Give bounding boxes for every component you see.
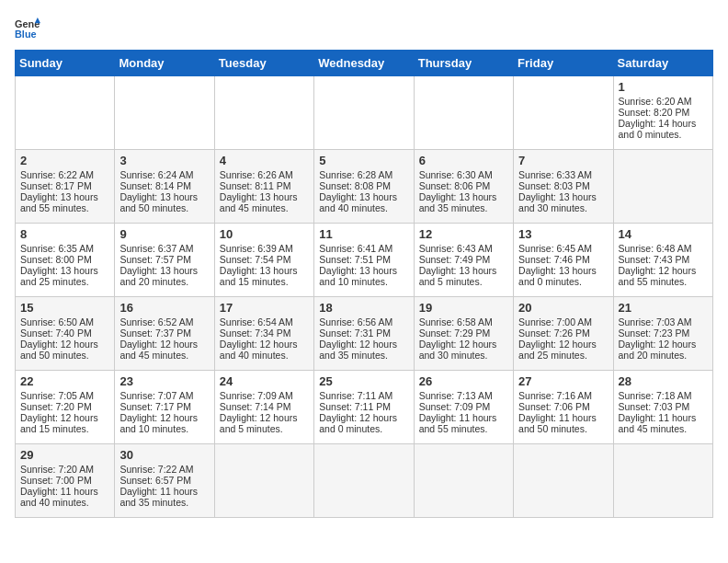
calendar-cell: 2Sunrise: 6:22 AMSunset: 8:17 PMDaylight… <box>16 150 115 224</box>
sunrise-text: Sunrise: 7:05 AM <box>20 390 94 401</box>
sunrise-text: Sunrise: 7:13 AM <box>419 390 493 401</box>
day-header-sunday: Sunday <box>16 51 115 76</box>
daylight-text: Daylight: 13 hours and 50 minutes. <box>119 191 198 213</box>
daylight-text: Daylight: 13 hours and 0 minutes. <box>518 265 597 287</box>
calendar-cell: 29Sunrise: 7:20 AMSunset: 7:00 PMDayligh… <box>16 444 115 518</box>
daylight-text: Daylight: 13 hours and 25 minutes. <box>20 265 98 287</box>
calendar-cell: 28Sunrise: 7:18 AMSunset: 7:03 PMDayligh… <box>613 371 712 444</box>
sunset-text: Sunset: 7:43 PM <box>619 254 690 265</box>
sunset-text: Sunset: 7:57 PM <box>119 254 191 265</box>
day-header-saturday: Saturday <box>613 51 712 76</box>
sunrise-text: Sunrise: 7:11 AM <box>319 390 392 401</box>
sunrise-text: Sunrise: 6:56 AM <box>319 316 392 327</box>
calendar-cell: 14Sunrise: 6:48 AMSunset: 7:43 PMDayligh… <box>613 224 712 297</box>
sunrise-text: Sunrise: 6:20 AM <box>619 96 692 107</box>
day-header-thursday: Thursday <box>414 51 513 76</box>
daylight-text: Daylight: 13 hours and 55 minutes. <box>20 191 98 213</box>
sunset-text: Sunset: 8:11 PM <box>220 180 291 191</box>
daylight-text: Daylight: 12 hours and 55 minutes. <box>619 265 697 287</box>
daylight-text: Daylight: 13 hours and 15 minutes. <box>220 265 298 287</box>
sunset-text: Sunset: 7:54 PM <box>220 254 291 265</box>
calendar-week-2: 2Sunrise: 6:22 AMSunset: 8:17 PMDaylight… <box>16 150 713 224</box>
day-header-monday: Monday <box>115 51 214 76</box>
calendar-cell: 4Sunrise: 6:26 AMSunset: 8:11 PMDaylight… <box>214 150 313 224</box>
calendar-cell: 24Sunrise: 7:09 AMSunset: 7:14 PMDayligh… <box>214 371 313 444</box>
day-number: 17 <box>220 301 309 315</box>
daylight-text: Daylight: 13 hours and 40 minutes. <box>319 191 397 213</box>
daylight-text: Daylight: 12 hours and 40 minutes. <box>220 339 298 361</box>
sunset-text: Sunset: 7:26 PM <box>518 327 590 339</box>
sunrise-text: Sunrise: 6:39 AM <box>220 243 293 254</box>
sunrise-text: Sunrise: 6:28 AM <box>319 169 392 180</box>
sunrise-text: Sunrise: 6:33 AM <box>518 169 592 180</box>
calendar-cell: 12Sunrise: 6:43 AMSunset: 7:49 PMDayligh… <box>414 224 513 297</box>
daylight-text: Daylight: 13 hours and 45 minutes. <box>220 191 298 213</box>
sunrise-text: Sunrise: 6:30 AM <box>419 169 493 180</box>
day-number: 25 <box>319 374 408 388</box>
day-number: 29 <box>20 448 109 462</box>
daylight-text: Daylight: 13 hours and 10 minutes. <box>319 265 397 287</box>
day-number: 15 <box>20 301 109 315</box>
day-number: 1 <box>619 80 708 94</box>
daylight-text: Daylight: 11 hours and 50 minutes. <box>518 412 597 434</box>
calendar-cell: 7Sunrise: 6:33 AMSunset: 8:03 PMDaylight… <box>514 150 613 224</box>
calendar-cell: 15Sunrise: 6:50 AMSunset: 7:40 PMDayligh… <box>16 297 115 371</box>
sunset-text: Sunset: 7:23 PM <box>619 327 690 339</box>
sunrise-text: Sunrise: 6:58 AM <box>419 316 493 327</box>
calendar-cell: 30Sunrise: 7:22 AMSunset: 6:57 PMDayligh… <box>115 444 214 518</box>
daylight-text: Daylight: 12 hours and 45 minutes. <box>119 339 198 361</box>
sunrise-text: Sunrise: 6:37 AM <box>119 243 193 254</box>
day-number: 4 <box>220 154 309 167</box>
day-number: 7 <box>518 154 608 167</box>
sunrise-text: Sunrise: 6:24 AM <box>119 169 193 180</box>
sunrise-text: Sunrise: 7:16 AM <box>518 390 592 401</box>
daylight-text: Daylight: 11 hours and 40 minutes. <box>20 486 98 508</box>
calendar-cell: 23Sunrise: 7:07 AMSunset: 7:17 PMDayligh… <box>115 371 214 444</box>
daylight-text: Daylight: 11 hours and 35 minutes. <box>119 486 198 508</box>
day-number: 21 <box>619 301 708 315</box>
sunrise-text: Sunrise: 6:43 AM <box>419 243 493 254</box>
sunrise-text: Sunrise: 6:26 AM <box>220 169 293 180</box>
day-number: 2 <box>20 154 109 167</box>
day-number: 6 <box>419 154 508 167</box>
calendar-cell: 16Sunrise: 6:52 AMSunset: 7:37 PMDayligh… <box>115 297 214 371</box>
sunset-text: Sunset: 7:14 PM <box>220 401 291 412</box>
daylight-text: Daylight: 13 hours and 5 minutes. <box>419 265 497 287</box>
calendar-cell: 25Sunrise: 7:11 AMSunset: 7:11 PMDayligh… <box>314 371 414 444</box>
sunset-text: Sunset: 7:03 PM <box>619 401 690 412</box>
sunset-text: Sunset: 7:49 PM <box>419 254 491 265</box>
sunset-text: Sunset: 7:37 PM <box>119 327 191 339</box>
sunset-text: Sunset: 7:51 PM <box>319 254 391 265</box>
calendar-week-1: 1Sunrise: 6:20 AMSunset: 8:20 PMDaylight… <box>16 76 713 150</box>
calendar-week-6: 29Sunrise: 7:20 AMSunset: 7:00 PMDayligh… <box>16 444 713 518</box>
calendar-cell <box>314 76 414 150</box>
calendar-body: 1Sunrise: 6:20 AMSunset: 8:20 PMDaylight… <box>16 76 713 518</box>
sunset-text: Sunset: 7:06 PM <box>518 401 590 412</box>
day-header-wednesday: Wednesday <box>314 51 414 76</box>
sunrise-text: Sunrise: 6:41 AM <box>319 243 392 254</box>
calendar-cell: 3Sunrise: 6:24 AMSunset: 8:14 PMDaylight… <box>115 150 214 224</box>
sunset-text: Sunset: 8:03 PM <box>518 180 590 191</box>
page-header: General Blue <box>15 15 713 40</box>
sunset-text: Sunset: 7:00 PM <box>20 475 92 486</box>
day-number: 12 <box>419 227 508 241</box>
logo-icon: General Blue <box>15 15 40 40</box>
sunrise-text: Sunrise: 6:52 AM <box>119 316 193 327</box>
day-number: 20 <box>518 301 608 315</box>
calendar-cell <box>613 444 712 518</box>
sunrise-text: Sunrise: 7:18 AM <box>619 390 692 401</box>
calendar-cell <box>514 444 613 518</box>
calendar-cell: 11Sunrise: 6:41 AMSunset: 7:51 PMDayligh… <box>314 224 414 297</box>
sunrise-text: Sunrise: 6:22 AM <box>20 169 94 180</box>
calendar-cell <box>115 76 214 150</box>
day-header-tuesday: Tuesday <box>214 51 313 76</box>
calendar-week-4: 15Sunrise: 6:50 AMSunset: 7:40 PMDayligh… <box>16 297 713 371</box>
sunset-text: Sunset: 7:11 PM <box>319 401 391 412</box>
daylight-text: Daylight: 12 hours and 0 minutes. <box>319 412 397 434</box>
daylight-text: Daylight: 12 hours and 15 minutes. <box>20 412 98 434</box>
daylight-text: Daylight: 12 hours and 20 minutes. <box>619 339 697 361</box>
calendar-cell: 20Sunrise: 7:00 AMSunset: 7:26 PMDayligh… <box>514 297 613 371</box>
daylight-text: Daylight: 12 hours and 25 minutes. <box>518 339 597 361</box>
sunset-text: Sunset: 8:00 PM <box>20 254 92 265</box>
calendar-cell <box>414 76 513 150</box>
